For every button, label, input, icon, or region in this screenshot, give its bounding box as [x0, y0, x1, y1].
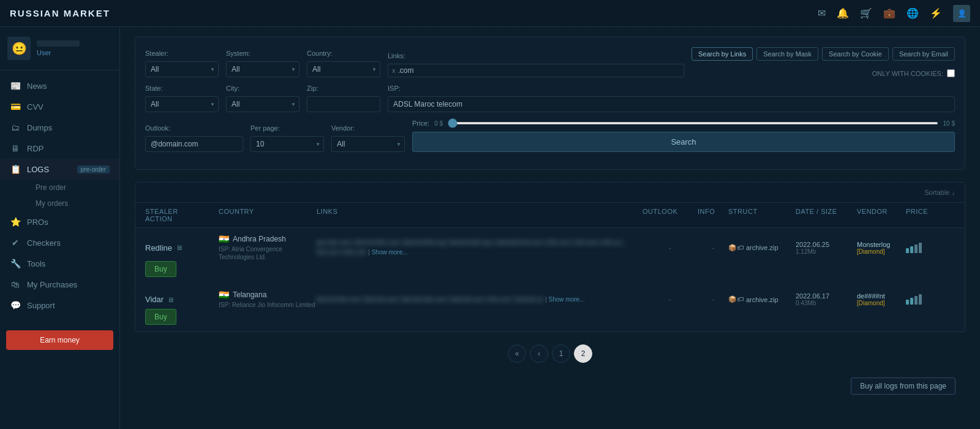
info-cell-0: - [698, 243, 728, 252]
logs-icon: 📋 [10, 164, 21, 174]
page-2-button[interactable]: 2 [574, 344, 592, 363]
show-more-0[interactable]: Show more... [372, 249, 408, 256]
perpage-select[interactable]: 10 25 50 [251, 136, 324, 152]
price-label: Price: [412, 120, 429, 127]
sidebar-sub-preorder: Pre order My orders [0, 180, 119, 211]
bar-3 [919, 294, 922, 305]
col-country: Country [219, 208, 317, 215]
vendor-select-wrapper: All [331, 136, 405, 152]
col-info: Info [698, 208, 728, 215]
country-filter-group: Country: All [307, 50, 380, 77]
power-icon[interactable]: ⚡ [930, 7, 942, 19]
sidebar-item-pre-order[interactable]: Pre order [26, 180, 119, 196]
bar-3 [919, 243, 922, 253]
vendor-cell-1: de####nt [Diamond] [857, 292, 906, 306]
isp-input[interactable] [388, 96, 955, 112]
briefcase-icon[interactable]: 💼 [883, 7, 895, 19]
search-button[interactable]: Search [412, 132, 955, 152]
price-range: Price: 0 $ 10 $ [412, 120, 955, 127]
only-cookies-checkbox[interactable] [947, 69, 955, 77]
sidebar-item-purchases[interactable]: 🛍 My Purchases [0, 274, 119, 295]
buy-all-logs-button[interactable]: Buy all logs from this page [851, 378, 956, 395]
sidebar-item-rdp[interactable]: 🖥 RDP [0, 138, 119, 159]
links-filter-wrapper: x .com [388, 64, 684, 77]
sidebar-item-checkers[interactable]: ✔ Checkers [0, 232, 119, 253]
sidebar-item-tools[interactable]: 🔧 Tools [0, 253, 119, 274]
sidebar-label-support: Support [27, 301, 55, 310]
country-label: Country: [307, 50, 380, 57]
links-cell-1: blurred-link.com | blurred.com | blurred… [317, 295, 643, 305]
mail-icon[interactable]: ✉ [818, 7, 826, 19]
perpage-label: Per page: [251, 124, 324, 132]
system-label: System: [226, 50, 300, 57]
search-by-cookie-button[interactable]: Search by Cookie [822, 47, 889, 61]
sidebar-item-dumps[interactable]: 🗂 Dumps [0, 117, 119, 138]
price-bars-1 [906, 294, 922, 305]
user-info: User [37, 40, 80, 56]
state-select[interactable]: All [145, 96, 219, 112]
system-select[interactable]: All [226, 61, 300, 77]
outlook-input[interactable] [145, 136, 243, 152]
col-price: Price [906, 208, 955, 215]
buy-button-0[interactable]: Buy [145, 261, 176, 277]
zip-label: Zip: [307, 85, 380, 92]
links-cell-0: gov.site.com | blurred-link.com | blurre… [317, 238, 643, 257]
outlook-filter-group: Outlook: [145, 124, 243, 152]
struct-icons-0: 📦🏷 [728, 244, 744, 252]
city-select-wrapper: All [226, 96, 300, 112]
sidebar-item-support[interactable]: 💬 Support [0, 295, 119, 316]
filter-section: Stealer: All System: All [135, 37, 965, 170]
sidebar-item-logs[interactable]: 📋 LOGS pre-order [0, 159, 119, 180]
vendor-select[interactable]: All [331, 136, 405, 152]
sidebar-label-checkers: Checkers [27, 238, 61, 248]
stealer-name-0: Redline [145, 243, 172, 252]
search-by-links-button[interactable]: Search by Links [692, 47, 753, 61]
price-filter-group: Price: 0 $ 10 $ Search [412, 120, 955, 152]
stealer-select[interactable]: All [145, 61, 219, 77]
checkers-icon: ✔ [10, 238, 21, 248]
zip-input[interactable] [307, 96, 380, 112]
earn-money-button[interactable]: Earn money [6, 330, 113, 350]
show-more-1[interactable]: Show more... [549, 296, 585, 303]
app-layout: 😐 User 📰 News 💳 CVV 🗂 Dumps 🖥 RDP [0, 0, 980, 429]
isp-1: ISP: Reliance Jio Infocomm Limited [219, 301, 317, 309]
sidebar-item-news[interactable]: 📰 News [0, 75, 119, 96]
buy-button-1[interactable]: Buy [145, 309, 176, 325]
city-select[interactable]: All [226, 96, 300, 112]
globe-icon[interactable]: 🌐 [907, 7, 919, 19]
links-clear-icon[interactable]: x [392, 67, 396, 74]
user-avatar-nav[interactable]: 👤 [953, 5, 970, 22]
sidebar-item-my-orders[interactable]: My orders [26, 196, 119, 211]
zip-filter-group: Zip: [307, 85, 380, 112]
state-filter-group: State: All [145, 85, 219, 112]
bar-2 [914, 296, 918, 305]
main-content: Stealer: All System: All [120, 0, 980, 429]
col-action: Action [145, 215, 219, 222]
country-cell-0: 🇮🇳 Andhra Pradesh ISP: Atria Convergence… [219, 234, 317, 261]
flag-0: 🇮🇳 [219, 234, 229, 244]
cvv-icon: 💳 [10, 102, 21, 112]
search-by-mask-button[interactable]: Search by Mask [756, 47, 818, 61]
sidebar-item-cvv[interactable]: 💳 CVV [0, 96, 119, 117]
prev-prev-button[interactable]: « [508, 344, 526, 363]
page-1-button[interactable]: 1 [552, 344, 570, 363]
sidebar-item-pros[interactable]: ⭐ PROs [0, 211, 119, 232]
pagination: « ‹ 1 2 [135, 332, 965, 375]
search-by-email-button[interactable]: Search by Email [892, 47, 955, 61]
col-struct: Struct [728, 208, 796, 215]
date-cell-1: 2022.06.17 0.43Mb [796, 292, 857, 306]
country-select[interactable]: All [307, 61, 380, 77]
links-filter-group: Links: x .com [388, 52, 684, 77]
prev-button[interactable]: ‹ [530, 344, 548, 363]
vendor-filter-group: Vendor: All [331, 124, 405, 152]
dumps-icon: 🗂 [10, 123, 21, 132]
filter-row-3: Outlook: Per page: 10 25 50 Vendor: [145, 120, 955, 152]
bell-icon[interactable]: 🔔 [837, 7, 849, 19]
isp-0: ISP: Atria Convergence Technologies Ltd. [219, 245, 317, 261]
sidebar-label-news: News [27, 82, 47, 91]
brand-logo: RUSSIAN MARKET [10, 8, 110, 18]
price-slider[interactable] [448, 122, 938, 124]
purchases-icon: 🛍 [10, 279, 21, 289]
cart-icon[interactable]: 🛒 [860, 7, 872, 19]
sidebar-label-tools: Tools [27, 259, 45, 268]
